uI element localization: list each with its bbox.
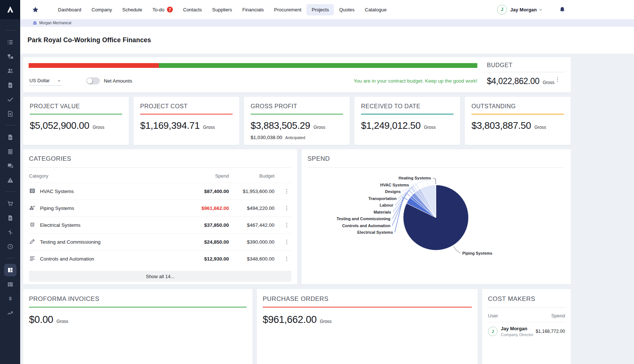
pie-connector bbox=[453, 246, 460, 253]
category-name: Piping Systems bbox=[40, 205, 74, 211]
notifications-bell-icon[interactable] bbox=[559, 6, 566, 13]
tab-projects[interactable]: Projects bbox=[306, 4, 334, 15]
kpi-secondary-suffix: Anticipated bbox=[285, 135, 305, 140]
tab-label: Contacts bbox=[183, 7, 202, 12]
document-icon bbox=[4, 212, 17, 224]
sidebar-item-list[interactable] bbox=[0, 35, 20, 49]
tab-catalogue[interactable]: Catalogue bbox=[360, 4, 391, 15]
category-kebab-menu[interactable] bbox=[282, 187, 291, 196]
tab-dashboard[interactable]: Dashboard bbox=[53, 4, 87, 15]
tab-financials[interactable]: Financials bbox=[237, 4, 269, 15]
spend-pie-chart[interactable]: Piping SystemsElectrical SystemsControls… bbox=[302, 149, 571, 284]
purchase-orders-card: PURCHASE ORDERS $961,662.00 Gross bbox=[257, 289, 478, 364]
category-kebab-menu[interactable] bbox=[282, 204, 291, 213]
breadcrumb: Morgan Mechanical bbox=[20, 19, 634, 27]
category-spend: $37,850.00 bbox=[189, 222, 229, 228]
kpi-value: $3,803,887.50 bbox=[471, 120, 531, 131]
tab-to-do[interactable]: To-do7 bbox=[147, 4, 178, 15]
sidebar-item-document[interactable] bbox=[0, 78, 20, 92]
sidebar-item-file-upload[interactable] bbox=[0, 106, 20, 121]
category-row-piping-systems[interactable]: Piping Systems$961,662.00$494,220.00 bbox=[29, 200, 291, 216]
sidebar-item-tune[interactable] bbox=[0, 225, 20, 239]
category-row-testing-and-commissioning[interactable]: Testing and Commissioning$24,850.00$390,… bbox=[29, 233, 291, 250]
sidebar-item-chat[interactable] bbox=[0, 159, 20, 173]
sidebar-item-rows[interactable] bbox=[0, 144, 20, 159]
cost-maker-spend: $1,168,772.00 bbox=[536, 329, 565, 334]
chat-icon bbox=[4, 160, 17, 172]
budget-kebab-menu[interactable] bbox=[553, 75, 562, 84]
pie-label-electrical-systems: Electrical Systems bbox=[357, 230, 393, 234]
kpi-suffix: Gross bbox=[534, 125, 546, 130]
currency-value: US Dollar bbox=[29, 78, 50, 83]
budget-card: US Dollar Net Amounts You are in your co… bbox=[23, 57, 571, 92]
breadcrumb-company[interactable]: Morgan Mechanical bbox=[39, 21, 71, 25]
app-logo[interactable] bbox=[0, 0, 20, 19]
sidebar-item-document[interactable] bbox=[0, 211, 20, 225]
tab-label: Company bbox=[92, 7, 112, 12]
cost-makers-card: COST MAKERS User Spend JJay MorganCompan… bbox=[482, 289, 571, 364]
budget-progress-remaining bbox=[159, 63, 477, 68]
cost-makers-title: COST MAKERS bbox=[488, 295, 565, 303]
tab-quotes[interactable]: Quotes bbox=[334, 4, 360, 15]
categories-table-header: Category Spend Budget bbox=[29, 168, 291, 183]
tab-procurement[interactable]: Procurement bbox=[269, 4, 306, 15]
pie-label-controls-and-automation: Controls and Automation bbox=[342, 223, 390, 228]
kpi-label: RECEIVED TO DATE bbox=[361, 103, 453, 110]
category-row-hvac-systems[interactable]: HVAC Systems$87,400.00$1,953,600.00 bbox=[29, 183, 291, 200]
sidebar-item-users[interactable] bbox=[0, 63, 20, 78]
currency-select[interactable]: US Dollar bbox=[29, 76, 62, 86]
budget-value: $4,022,862.00 bbox=[487, 76, 539, 86]
chevron-down-icon[interactable] bbox=[539, 8, 543, 12]
net-amounts-toggle[interactable] bbox=[86, 77, 100, 84]
category-row-electrical-systems[interactable]: Electrical Systems$37,850.00$467,442.00 bbox=[29, 216, 291, 233]
budget-progress-bar[interactable] bbox=[29, 63, 477, 68]
sidebar-item-dashboard[interactable] bbox=[0, 263, 20, 277]
cost-maker-row-jay-morgan[interactable]: JJay MorganCompany Director$1,168,772.00 bbox=[488, 322, 565, 337]
list-icon bbox=[4, 36, 17, 48]
sidebar-item-org-chart[interactable] bbox=[0, 49, 20, 63]
tab-suppliers[interactable]: Suppliers bbox=[207, 4, 237, 15]
tab-label: Procurement bbox=[274, 7, 301, 12]
cart-icon bbox=[4, 197, 17, 210]
kpi-value: $1,249,012.50 bbox=[361, 120, 420, 131]
kpi-suffix: Gross bbox=[313, 125, 325, 130]
tab-company[interactable]: Company bbox=[87, 4, 117, 15]
category-kebab-menu[interactable] bbox=[282, 221, 291, 230]
sidebar-item-dollar[interactable]: $ bbox=[0, 291, 20, 306]
spend-card: SPEND Piping SystemsElectrical SystemsCo… bbox=[302, 149, 571, 284]
sidebar-item-cart[interactable] bbox=[0, 196, 20, 211]
sidebar-divider bbox=[6, 30, 15, 30]
toggle-knob bbox=[87, 78, 92, 84]
kpi-card-project-value: PROJECT VALUE$5,052,900.00Gross bbox=[23, 97, 129, 145]
document-icon bbox=[4, 131, 17, 143]
sidebar-item-document[interactable] bbox=[0, 130, 20, 144]
sidebar-item-table[interactable] bbox=[0, 277, 20, 291]
category-budget: $467,442.00 bbox=[229, 222, 274, 228]
tab-label: Quotes bbox=[339, 7, 354, 12]
categories-title: CATEGORIES bbox=[29, 155, 291, 163]
chevron-down-icon bbox=[57, 79, 61, 83]
tab-schedule[interactable]: Schedule bbox=[117, 4, 147, 15]
main-content: US Dollar Net Amounts You are in your co… bbox=[20, 54, 634, 364]
proforma-invoices-card: PROFORMA INVOICES $0.00 Gross bbox=[23, 289, 252, 364]
col-spend: Spend bbox=[189, 173, 229, 179]
tab-contacts[interactable]: Contacts bbox=[178, 4, 207, 15]
user-avatar[interactable]: J bbox=[497, 5, 507, 15]
category-name: HVAC Systems bbox=[40, 189, 74, 194]
sidebar: $ bbox=[0, 0, 20, 364]
sidebar-item-check[interactable] bbox=[0, 92, 20, 106]
warning-icon bbox=[4, 174, 17, 186]
category-kebab-menu[interactable] bbox=[282, 254, 291, 263]
category-name: Controls and Automation bbox=[40, 256, 94, 262]
kpi-suffix: Gross bbox=[203, 125, 215, 130]
show-all-button[interactable]: Show all 14... bbox=[29, 271, 291, 282]
dollar-icon: $ bbox=[4, 292, 17, 305]
favourite-star-icon[interactable] bbox=[32, 6, 39, 13]
budget-label: BUDGET bbox=[487, 62, 565, 69]
sidebar-item-warning[interactable] bbox=[0, 173, 20, 187]
user-name[interactable]: Jay Morgan bbox=[510, 7, 537, 12]
sidebar-item-clock[interactable] bbox=[0, 239, 20, 254]
category-kebab-menu[interactable] bbox=[282, 237, 291, 247]
sidebar-item-trend[interactable] bbox=[0, 306, 20, 320]
category-row-controls-and-automation[interactable]: Controls and Automation$12,930.00$348,60… bbox=[29, 250, 291, 267]
